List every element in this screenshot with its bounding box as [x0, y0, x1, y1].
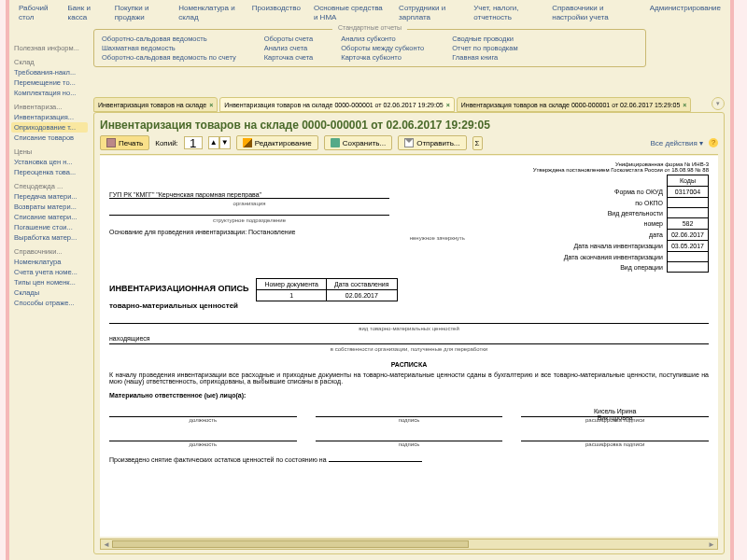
footer-text: Произведено снятие фактических остатков … [109, 456, 327, 463]
responsible-label: Материально ответственное (ые) лицо(а): [109, 392, 709, 399]
report-link[interactable]: Обороты счета [264, 35, 314, 43]
tab-label: Инвентаризация товаров на складе 0000-00… [224, 102, 443, 108]
report-link[interactable]: Оборотно-сальдовая ведомость [102, 35, 236, 43]
menu-sales[interactable]: Покупки и продажи [115, 4, 166, 21]
printer-icon [106, 138, 116, 147]
inventory-subtitle: товарно-материальных ценностей [109, 301, 709, 310]
disk-icon [331, 138, 340, 147]
doc-number-table: Номер документаДата составления 102.06.2… [256, 278, 397, 301]
nav-group: Полезная информ... [11, 43, 88, 53]
close-icon[interactable]: × [209, 102, 213, 108]
nav-item[interactable]: Типы цен номенк... [11, 277, 88, 287]
report-link[interactable]: Главная книга [452, 53, 517, 62]
nav-item[interactable]: Выработка матер... [11, 232, 88, 243]
report-link[interactable]: Сводные проводки [452, 35, 517, 43]
tab-bar: Инвентаризация товаров на складе× Инвент… [93, 97, 725, 112]
receipt-header: РАСПИСКА [109, 361, 709, 368]
close-icon[interactable]: × [446, 102, 450, 108]
help-icon[interactable]: ? [709, 138, 718, 147]
nav-group: Спецодежда ... [11, 181, 88, 191]
copies-input[interactable] [184, 136, 203, 149]
nav-item[interactable]: Склады [11, 287, 88, 298]
report-link[interactable]: Шахматная ведомость [102, 44, 236, 52]
print-button[interactable]: Печать [100, 135, 149, 150]
nav-group: Инвентариза... [11, 102, 88, 112]
copies-label: Копий: [155, 139, 178, 147]
nav-item[interactable]: Инвентаризация... [11, 112, 88, 122]
nav-item[interactable]: Списание товаров [11, 133, 88, 143]
pencil-icon [243, 138, 252, 147]
save-button[interactable]: Сохранить... [324, 135, 392, 150]
toolbar: Печать Копий: ▲▼ Редактирование Сохранит… [100, 135, 718, 155]
org-line: ГУП РК "КМГГ" "Керченская паромная переп… [109, 191, 389, 199]
nav-item[interactable]: Переоценка това... [11, 167, 88, 177]
report-link[interactable]: Карточка счета [264, 53, 314, 62]
send-button[interactable]: Отправить... [398, 135, 466, 150]
edit-button[interactable]: Редактирование [236, 135, 318, 150]
history-button[interactable]: ▾ [712, 97, 725, 110]
tab-label: Инвентаризация товаров на складе [98, 102, 206, 108]
nav-group: Справочники... [11, 246, 88, 257]
basis-value: Постановление [248, 229, 295, 235]
menu-stock[interactable]: Номенклатура и склад [178, 4, 238, 21]
tab[interactable]: Инвентаризация товаров на складе× [93, 97, 218, 112]
top-menu: Рабочий стол Банк и касса Покупки и прод… [9, 0, 730, 25]
reports-header: Стандартные отчеты [332, 24, 407, 31]
document-panel: Инвентаризация товаров на складе 0000-00… [93, 112, 725, 554]
menu-desktop[interactable]: Рабочий стол [19, 4, 55, 21]
document-title: Инвентаризация товаров на складе 0000-00… [100, 119, 718, 132]
menu-hr[interactable]: Сотрудники и зарплата [399, 4, 460, 21]
report-link[interactable]: Анализ счета [264, 44, 314, 52]
nav-item[interactable]: Передача матери... [11, 191, 88, 202]
scroll-left-icon[interactable]: ◄ [101, 540, 112, 549]
org-sublabel: организация [109, 201, 389, 206]
tab-active[interactable]: Инвентаризация товаров на складе 0000-00… [219, 97, 455, 112]
scroll-right-icon[interactable]: ► [706, 540, 717, 549]
nav-item[interactable]: Способы отраже... [11, 298, 88, 308]
location-label: находящиеся [109, 335, 150, 342]
nav-group: Склад [11, 57, 88, 67]
nav-item[interactable]: Перемещение то... [11, 77, 88, 88]
nav-item[interactable]: Требования-накл... [11, 67, 88, 77]
nav-item[interactable]: Установка цен н... [11, 157, 88, 167]
sum-button[interactable]: Σ [472, 136, 483, 150]
close-icon[interactable]: × [683, 102, 686, 108]
mail-icon [404, 138, 414, 147]
nav-group: Цены [11, 147, 88, 157]
inventory-title: ИНВЕНТАРИЗАЦИОННАЯ ОПИСЬ [109, 284, 248, 293]
menu-ref[interactable]: Справочники и настройки учета [552, 4, 636, 21]
nav-item[interactable]: Погашение стои... [11, 222, 88, 232]
menu-admin[interactable]: Администрирование [650, 4, 721, 21]
location-sublabel: в собственности организации, полученные … [109, 346, 709, 352]
codes-table: Коды Форма по ОКУД0317004 по ОКПО Вид де… [560, 175, 709, 273]
tab[interactable]: Инвентаризация товаров на складе 0000-00… [457, 97, 692, 112]
report-link[interactable]: Анализ субконто [341, 35, 424, 43]
receipt-text: К началу проведения инвентаризации все р… [109, 371, 709, 385]
print-preview: Унифицированная форма № ИНВ-3 Утверждена… [100, 156, 718, 537]
menu-production[interactable]: Производство [252, 4, 301, 21]
left-nav: Полезная информ...СкладТребования-накл..… [9, 37, 90, 310]
menu-bank[interactable]: Банк и касса [68, 4, 102, 21]
scroll-thumb[interactable] [112, 540, 469, 548]
menu-assets[interactable]: Основные средства и НМА [314, 4, 386, 21]
reports-panel: Стандартные отчеты Оборотно-сальдовая ве… [93, 29, 646, 67]
signature-row: должность подпись Кисель Ирина Викторовн… [109, 408, 709, 423]
nav-item[interactable]: Номенклатура [11, 257, 88, 267]
nav-item[interactable]: Списание матери... [11, 212, 88, 222]
horizontal-scrollbar[interactable]: ◄ ► [100, 539, 718, 550]
report-link[interactable]: Карточка субконто [341, 53, 424, 62]
nav-item[interactable]: Счета учета номе... [11, 267, 88, 277]
nav-item[interactable]: Возвраты матери... [11, 202, 88, 212]
all-actions-button[interactable]: Все действия ▾ [650, 139, 703, 147]
nav-item[interactable]: Комплектация но... [11, 88, 88, 98]
report-link[interactable]: Оборотно-сальдовая ведомость по счету [102, 53, 236, 62]
menu-tax[interactable]: Учет, налоги, отчетность [473, 4, 539, 21]
copies-stepper[interactable]: ▲▼ [208, 136, 231, 149]
subdiv-sublabel: структурное подразделение [109, 217, 389, 223]
nav-item[interactable]: Оприходование т... [11, 122, 88, 133]
report-link[interactable]: Отчет по проводкам [452, 44, 517, 52]
report-link[interactable]: Обороты между субконто [341, 44, 424, 52]
basis-label: Основание для проведения инвентаризации: [109, 229, 247, 235]
signature-row: должность подпись расшифровка подписи [109, 432, 709, 447]
tab-label: Инвентаризация товаров на складе 0000-00… [461, 102, 680, 108]
